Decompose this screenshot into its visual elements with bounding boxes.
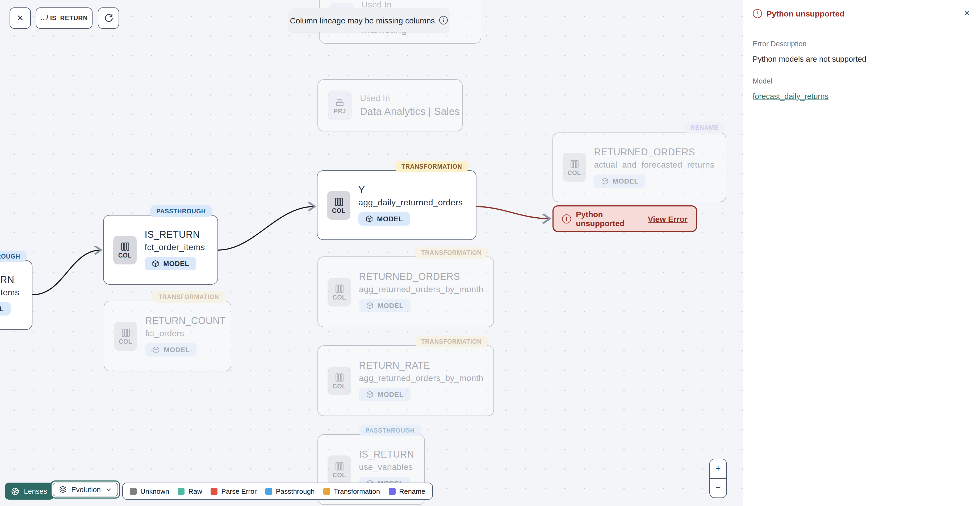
model-chip: MODEL — [359, 388, 410, 401]
close-lineage-button[interactable]: ✕ — [10, 8, 31, 29]
column-icon: COL — [328, 455, 351, 484]
node-subtitle: actual_and_forecasted_returns — [594, 160, 714, 170]
node-subtitle: use_variables — [359, 462, 413, 472]
lineage-node-return-count[interactable]: TRANSFORMATION COL RETURN_COUNT fct_orde… — [104, 301, 231, 371]
refresh-button[interactable] — [98, 8, 119, 29]
lineage-node-returned-orders-month[interactable]: TRANSFORMATION COL RETURNED_ORDERS agg_r… — [317, 257, 494, 327]
legend-swatch — [210, 488, 218, 495]
cube-icon — [365, 215, 373, 223]
column-icon: COL — [563, 153, 586, 182]
node-title: IS_RETURN — [0, 275, 14, 286]
warning-icon: ! — [562, 214, 571, 223]
cube-icon — [366, 391, 374, 399]
python-unsupported-chip[interactable]: ! Python unsupported View Error — [552, 205, 697, 232]
lens-mode-dropdown[interactable]: Evolution — [51, 480, 120, 498]
badge-transformation: TRANSFORMATION — [415, 247, 488, 259]
chevron-down-icon — [105, 486, 112, 493]
legend-item-rename: Rename — [388, 487, 425, 495]
lineage-node-return-rate[interactable]: TRANSFORMATION COL RETURN_RATE agg_retur… — [317, 345, 494, 416]
model-chip: MODEL — [145, 257, 196, 270]
badge-transformation: TRANSFORMATION — [395, 161, 468, 172]
close-icon: ✕ — [17, 13, 23, 23]
model-chip: MODEL — [0, 302, 11, 316]
node-subtitle: fct_order_items — [145, 243, 205, 252]
model-link[interactable]: forecast_daily_returns — [752, 92, 829, 101]
column-icon: COL — [114, 322, 137, 350]
node-title: RETURNED_ORDERS — [594, 147, 695, 158]
edge-upstream-to-isreturn — [32, 250, 101, 295]
zoom-out-button[interactable]: − — [710, 478, 726, 498]
project-icon: PRJ — [328, 91, 352, 120]
legend-item-passthrough: Passthrough — [265, 487, 315, 495]
cube-icon — [366, 302, 374, 310]
error-description-text: Python models are not supported — [752, 55, 970, 63]
model-chip: MODEL — [594, 174, 646, 188]
lineage-app: PASSTHROUGH COL IS_RETURN fct_order_item… — [0, 0, 980, 506]
layers-icon — [59, 485, 67, 494]
legend-item-parse-error: Parse Error — [210, 487, 256, 495]
cube-icon — [151, 260, 159, 268]
error-panel-header: ! Python unsupported ✕ — [743, 0, 980, 27]
info-icon[interactable]: i — [439, 16, 448, 24]
node-subtitle: agg_returned_orders_by_month — [359, 285, 484, 294]
badge-passthrough: PASSTHROUGH — [0, 251, 27, 262]
cube-icon — [152, 346, 160, 354]
badge-transformation: TRANSFORMATION — [152, 291, 226, 303]
edge-y-to-error — [474, 206, 550, 219]
lineage-node-isreturn-upstream[interactable]: PASSTHROUGH COL IS_RETURN fct_order_item… — [0, 260, 32, 330]
view-error-link[interactable]: View Error — [648, 214, 687, 223]
edge-isreturn-to-y — [218, 206, 315, 250]
legend-item-raw: Raw — [178, 487, 202, 495]
model-label: Model — [752, 77, 970, 85]
legend-swatch — [265, 488, 272, 495]
badge-rename: RENAME — [684, 122, 725, 134]
node-title: RETURN_COUNT — [145, 316, 226, 327]
aperture-icon — [11, 487, 20, 496]
refresh-icon — [103, 13, 113, 23]
legend-swatch — [130, 488, 137, 495]
lineage-node-returned-orders-forecast[interactable]: RENAME COL RETURNED_ORDERS actual_and_fo… — [552, 132, 726, 202]
node-title: IS_RETURN — [359, 449, 414, 461]
node-subtitle: agg_returned_orders_by_month — [359, 374, 484, 383]
node-subtitle: Data Analytics | Sales — [360, 105, 460, 117]
lineage-node-isreturn[interactable]: PASSTHROUGH COL IS_RETURN fct_order_item… — [103, 215, 218, 285]
lineage-node-usedin-sales[interactable]: PRJ Used In Data Analytics | Sales — [317, 79, 463, 131]
node-title: IS_RETURN — [145, 229, 200, 241]
cube-icon — [601, 177, 609, 185]
model-chip: MODEL — [359, 299, 410, 312]
legend-swatch — [323, 488, 330, 495]
model-chip: MODEL — [145, 343, 197, 356]
node-subtitle: fct_orders — [145, 329, 184, 338]
badge-passthrough: PASSTHROUGH — [150, 205, 212, 217]
warning-icon: ! — [752, 9, 762, 18]
lineage-node-y[interactable]: TRANSFORMATION COL Y agg_daily_returned_… — [317, 170, 476, 240]
column-icon: COL — [328, 278, 351, 306]
node-title: Y — [358, 185, 365, 196]
node-subtitle: fct_order_items — [0, 288, 19, 297]
legend-swatch — [178, 488, 185, 495]
lineage-warning-pill: Column lineage may be missing columns i — [288, 8, 449, 32]
zoom-control: + − — [710, 459, 727, 498]
column-icon: COL — [327, 191, 350, 219]
error-panel-title: Python unsupported — [767, 9, 845, 18]
node-title: RETURNED_ORDERS — [359, 271, 460, 283]
column-icon: COL — [113, 235, 137, 264]
node-title: Used In — [360, 93, 390, 104]
badge-passthrough: PASSTHROUGH — [359, 425, 421, 436]
lenses-button[interactable]: Lenses — [5, 483, 54, 500]
error-detail-panel: ! Python unsupported ✕ Error Description… — [743, 0, 980, 506]
breadcrumb[interactable]: .. / IS_RETURN — [36, 8, 92, 29]
zoom-in-button[interactable]: + — [710, 459, 726, 478]
column-icon: COL — [328, 366, 351, 395]
close-panel-icon[interactable]: ✕ — [964, 8, 970, 18]
legend-swatch — [388, 488, 395, 495]
legend-item-unknown: Unknown — [130, 487, 169, 495]
node-title: RETURN_RATE — [359, 360, 430, 372]
lens-legend: Unknown Raw Parse Error Passthrough Tran… — [122, 483, 433, 500]
error-description-label: Error Description — [752, 40, 970, 48]
legend-item-transformation: Transformation — [323, 487, 380, 495]
model-chip: MODEL — [358, 212, 410, 226]
badge-transformation: TRANSFORMATION — [415, 336, 488, 348]
node-subtitle: agg_daily_returned_orders — [358, 198, 463, 208]
lineage-canvas[interactable]: PASSTHROUGH COL IS_RETURN fct_order_item… — [0, 0, 743, 506]
